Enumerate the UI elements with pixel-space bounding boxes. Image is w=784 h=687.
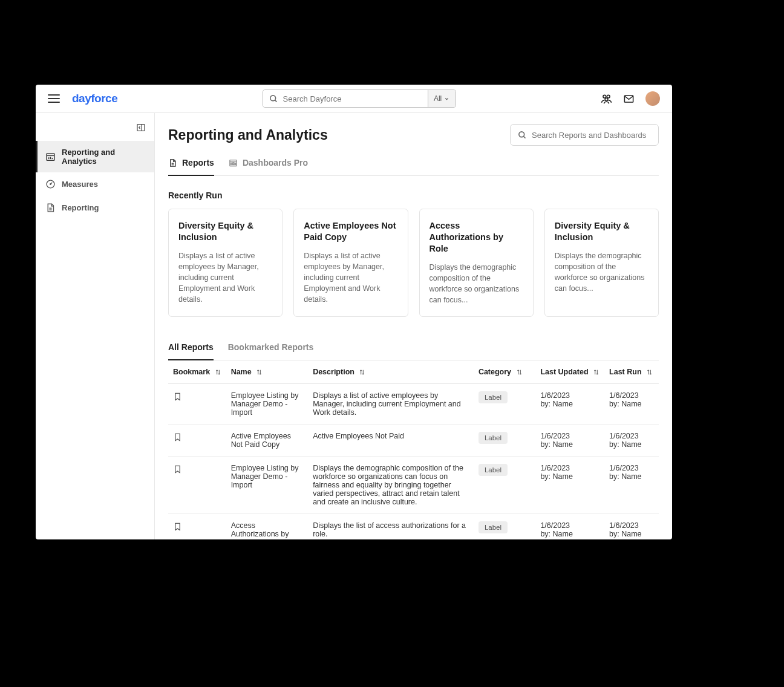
svg-line-1 [275,100,276,102]
global-search-filter[interactable]: All [428,90,456,107]
collapse-sidebar-icon[interactable] [136,123,146,132]
chevron-down-icon [444,96,449,102]
table-row[interactable]: Employee Listing by Manager Demo - Impor… [168,384,659,425]
cell-description: Displays the demographic composition of … [308,457,474,514]
sidebar-item-measures[interactable]: Measures [36,172,154,196]
col-bookmark[interactable]: Bookmark [168,360,226,384]
people-icon[interactable] [601,93,612,105]
recent-card[interactable]: Diversity Equity & Inclusion Displays a … [168,209,283,317]
card-desc: Displays a list of active employees by M… [304,250,397,305]
cell-category: Label [474,514,535,539]
recent-card[interactable]: Active Employees Not Paid Copy Displays … [293,209,408,317]
svg-point-3 [607,95,610,98]
col-description[interactable]: Description [308,360,474,384]
reports-table: Bookmark Name Description Category [168,360,659,539]
bookmark-icon[interactable] [173,521,182,532]
col-category[interactable]: Category [474,360,535,384]
sort-icon [359,369,365,376]
cell-category: Label [474,384,535,425]
cell-last-run: 1/6/2023by: Name [604,457,659,514]
global-search-box[interactable] [263,90,428,107]
global-search-input[interactable] [283,94,422,103]
sort-icon [593,369,599,376]
sidebar-nav: Reporting and Analytics Measures Reporti… [36,141,154,220]
avatar[interactable] [645,91,660,106]
svg-point-2 [603,95,606,98]
app-window: dayforce All Reporting and Ana [36,85,672,539]
card-desc: Displays the demographic composition of … [555,250,648,295]
cell-bookmark [168,457,226,514]
category-badge: Label [479,464,508,476]
card-title: Active Employees Not Paid Copy [304,220,397,243]
card-title: Diversity Equity & Inclusion [555,220,648,243]
table-header-row: Bookmark Name Description Category [168,360,659,384]
category-badge: Label [479,391,508,403]
cell-description: Active Employees Not Paid [308,425,474,457]
svg-point-14 [50,184,51,184]
cell-last-run: 1/6/2023by: Name [604,384,659,425]
svg-rect-25 [235,163,236,165]
gauge-icon [45,179,56,189]
table-row[interactable]: Active Employees Not Paid CopyActive Emp… [168,425,659,457]
bookmark-icon[interactable] [173,432,182,443]
sort-icon [215,369,221,376]
cell-last-updated: 1/6/2023by: Name [535,514,604,539]
main-header: Reporting and Analytics [168,124,659,146]
sort-icon [256,369,263,376]
sidebar-item-reporting-analytics[interactable]: Reporting and Analytics [36,141,154,172]
tab-reports[interactable]: Reports [168,152,214,176]
cell-last-updated: 1/6/2023by: Name [535,457,604,514]
menu-icon[interactable] [48,93,60,105]
tab-dashboards-pro[interactable]: Dashboards Pro [229,152,308,176]
bookmark-icon[interactable] [173,391,182,402]
category-badge: Label [479,521,508,533]
cell-name: Access Authorizations by Role [226,514,309,539]
mail-icon[interactable] [623,93,635,105]
sort-icon [646,369,653,376]
bookmark-icon[interactable] [173,464,182,475]
sort-icon [516,369,523,376]
card-title: Access Authorizations by Role [430,220,523,255]
svg-rect-24 [233,162,234,164]
dashboard-icon [229,158,238,168]
main-tabs: Reports Dashboards Pro [168,152,659,176]
cell-last-updated: 1/6/2023by: Name [535,384,604,425]
subtab-all-reports[interactable]: All Reports [168,336,214,360]
search-icon [518,131,527,140]
category-badge: Label [479,432,508,444]
report-subtabs: All Reports Bookmarked Reports [168,336,659,360]
card-desc: Displays the demographic composition of … [430,262,523,306]
table-row[interactable]: Access Authorizations by RoleDisplays th… [168,514,659,539]
svg-rect-23 [231,163,232,164]
cell-bookmark [168,425,226,457]
recent-card[interactable]: Diversity Equity & Inclusion Displays th… [544,209,659,317]
recent-card[interactable]: Access Authorizations by Role Displays t… [419,209,534,317]
cell-name: Employee Listing by Manager Demo - Impor… [226,384,309,425]
analytics-icon [45,152,56,162]
app-header: dayforce All [36,85,672,113]
card-title: Diversity Equity & Inclusion [178,220,272,243]
svg-point-4 [605,97,608,100]
svg-point-17 [519,131,524,137]
col-last-run[interactable]: Last Run [604,360,659,384]
global-search: All [263,90,456,108]
table-row[interactable]: Employee Listing by Manager Demo - Impor… [168,457,659,514]
header-actions [601,91,660,106]
document-icon [168,158,177,168]
sidebar-item-reporting[interactable]: Reporting [36,196,154,220]
cell-name: Employee Listing by Manager Demo - Impor… [226,457,309,514]
document-icon [45,203,56,213]
main-content: Reporting and Analytics Reports Dashboar… [155,113,672,539]
filter-label: All [434,94,442,103]
col-last-updated[interactable]: Last Updated [535,360,604,384]
sidebar-item-label: Reporting and Analytics [62,148,145,166]
app-body: Reporting and Analytics Measures Reporti… [36,113,672,539]
cell-category: Label [474,425,535,457]
page-search[interactable] [510,124,659,146]
tab-label: Dashboards Pro [243,158,308,168]
subtab-bookmarked[interactable]: Bookmarked Reports [228,336,314,360]
col-name[interactable]: Name [226,360,309,384]
recently-run-title: Recently Run [168,190,659,200]
page-title: Reporting and Analytics [168,127,328,143]
page-search-input[interactable] [532,131,651,140]
